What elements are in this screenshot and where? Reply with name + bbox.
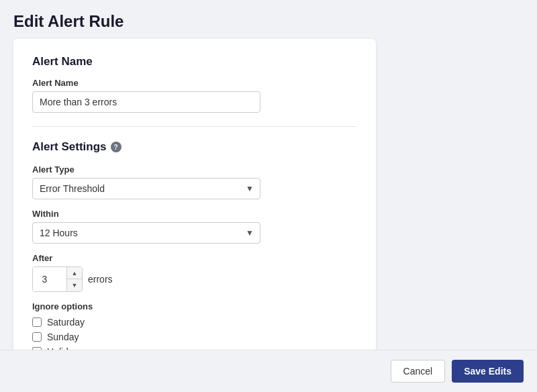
alert-type-label: Alert Type (32, 164, 357, 175)
after-number-wrapper: ▲ ▼ (32, 266, 83, 292)
alert-type-select[interactable]: Error Threshold Warning Threshold Info (32, 178, 260, 199)
within-label: Within (32, 209, 357, 219)
save-edits-button[interactable]: Save Edits (452, 360, 524, 383)
sunday-label: Sunday (47, 332, 79, 342)
within-select[interactable]: 1 Hour 6 Hours 12 Hours 24 Hours 48 Hour… (32, 222, 260, 244)
alert-settings-title: Alert Settings (32, 140, 107, 154)
after-field: After ▲ ▼ errors (32, 253, 357, 292)
alert-settings-section: Alert Settings ? Alert Type Error Thresh… (32, 140, 357, 377)
alert-settings-info-icon[interactable]: ? (111, 142, 121, 152)
section-divider-1 (32, 126, 357, 127)
after-label: After (32, 253, 357, 263)
sunday-row: Sunday (32, 332, 357, 342)
after-suffix-label: errors (88, 274, 113, 285)
saturday-row: Saturday (32, 317, 357, 328)
alert-type-wrapper: Error Threshold Warning Threshold Info ▼ (32, 178, 260, 199)
after-decrement-button[interactable]: ▼ (67, 279, 82, 291)
within-wrapper: 1 Hour 6 Hours 12 Hours 24 Hours 48 Hour… (32, 222, 260, 244)
footer-bar: Cancel Save Edits (0, 350, 537, 392)
ignore-options-label: Ignore options (32, 301, 357, 311)
after-increment-button[interactable]: ▲ (67, 267, 82, 279)
cancel-button[interactable]: Cancel (391, 360, 446, 383)
alert-name-section: Alert Name Alert Name (32, 55, 357, 113)
within-field: Within 1 Hour 6 Hours 12 Hours 24 Hours … (32, 209, 357, 244)
alert-name-label: Alert Name (32, 78, 357, 88)
main-card: Alert Name Alert Name Alert Settings ? A… (13, 39, 376, 392)
page-title: Edit Alert Rule (0, 0, 537, 39)
saturday-label: Saturday (47, 317, 85, 328)
alert-type-field: Alert Type Error Threshold Warning Thres… (32, 164, 357, 199)
after-row: ▲ ▼ errors (32, 266, 357, 292)
saturday-checkbox[interactable] (32, 317, 42, 327)
sunday-checkbox[interactable] (32, 332, 42, 342)
after-spinner: ▲ ▼ (66, 267, 82, 291)
alert-name-input[interactable] (32, 91, 260, 113)
after-number-input[interactable] (33, 267, 66, 291)
alert-name-section-title: Alert Name (32, 55, 357, 68)
